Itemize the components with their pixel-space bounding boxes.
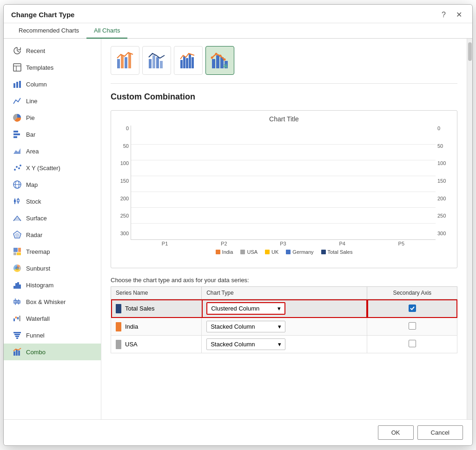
column-icon: [12, 79, 22, 89]
sidebar-item-pie[interactable]: Pie: [4, 109, 101, 126]
ok-button[interactable]: OK: [378, 425, 414, 440]
sidebar-label-treemap: Treemap: [26, 248, 50, 255]
svg-rect-7: [13, 133, 20, 135]
svg-point-10: [16, 166, 18, 168]
legend-india-label: India: [222, 249, 233, 255]
svg-rect-57: [189, 54, 191, 68]
type-select-usa[interactable]: Stacked Column ▾: [206, 338, 285, 350]
close-button[interactable]: ✕: [453, 9, 465, 20]
sidebar-label-map: Map: [26, 181, 38, 188]
sunburst-icon: [12, 263, 22, 273]
sidebar-item-scatter[interactable]: X Y (Scatter): [4, 159, 101, 176]
sidebar-item-recent[interactable]: Recent: [4, 42, 101, 59]
legend-india-dot: [216, 250, 220, 254]
combo-type-btn-2[interactable]: [142, 46, 171, 75]
section-title: Custom Combination: [111, 92, 457, 102]
svg-rect-23: [18, 248, 21, 252]
chart-type-icons: [111, 46, 457, 75]
legend-uk-label: UK: [271, 249, 278, 255]
series-section: Choose the chart type and axis for your …: [111, 277, 457, 353]
checkbox-india[interactable]: [409, 322, 416, 330]
sidebar-label-sunburst: Sunburst: [26, 265, 50, 272]
funnel-icon: [12, 330, 22, 340]
sidebar-item-histogram[interactable]: Histogram: [4, 277, 101, 293]
svg-rect-38: [19, 316, 20, 321]
svg-rect-17: [14, 200, 16, 202]
chart-title: Chart Title: [116, 115, 452, 123]
svg-rect-53: [160, 61, 163, 68]
sidebar-item-funnel[interactable]: Funnel: [4, 327, 101, 344]
sidebar-label-boxwhisker: Box & Whisker: [26, 298, 66, 305]
svg-rect-29: [17, 282, 19, 289]
sidebar-item-line[interactable]: Line: [4, 93, 101, 109]
svg-rect-55: [183, 56, 185, 68]
type-select-india[interactable]: Stacked Column ▾: [206, 321, 285, 332]
sidebar-item-combo[interactable]: Combo: [4, 344, 101, 360]
svg-rect-30: [19, 285, 21, 289]
cancel-button[interactable]: Cancel: [417, 425, 463, 440]
sidebar-label-area: Area: [26, 148, 39, 155]
chart-type-cell-india: Stacked Column ▾: [202, 318, 367, 336]
sidebar-label-pie: Pie: [26, 114, 35, 121]
sidebar-item-waterfall[interactable]: Waterfall: [4, 310, 101, 327]
stock-icon: [12, 196, 22, 206]
scrollbar-thumb[interactable]: [468, 42, 472, 61]
svg-rect-59: [212, 59, 215, 68]
sidebar: Recent Templates Column Line: [4, 39, 101, 419]
sidebar-item-area[interactable]: Area: [4, 143, 101, 159]
svg-point-9: [14, 169, 16, 171]
scatter-icon: [12, 163, 22, 173]
sidebar-label-combo: Combo: [26, 349, 46, 356]
svg-rect-60: [216, 55, 219, 68]
checkbox-usa[interactable]: [409, 340, 416, 347]
legend-total-sales-dot: [321, 250, 326, 254]
sidebar-item-radar[interactable]: Radar: [4, 226, 101, 243]
svg-rect-56: [186, 58, 188, 68]
histogram-icon: [12, 280, 22, 290]
combo-type-btn-4[interactable]: [205, 46, 234, 75]
combo-type-btn-1[interactable]: [111, 46, 139, 75]
series-table: Series Name Chart Type Secondary Axis To…: [111, 286, 457, 353]
scrollbar[interactable]: [467, 39, 472, 419]
sidebar-item-templates[interactable]: Templates: [4, 59, 101, 76]
svg-marker-21: [15, 233, 20, 237]
tab-recommended[interactable]: Recommended Charts: [11, 23, 86, 39]
legend-usa-label: USA: [247, 249, 258, 255]
waterfall-icon: [12, 313, 22, 324]
svg-rect-42: [16, 338, 18, 339]
sidebar-item-treemap[interactable]: Treemap: [4, 243, 101, 260]
sidebar-item-surface[interactable]: Surface: [4, 210, 101, 226]
tab-all-charts[interactable]: All Charts: [86, 23, 127, 39]
title-bar-left: Change Chart Type: [11, 11, 74, 19]
line-icon: [12, 96, 22, 106]
label-india: India: [125, 323, 138, 330]
checkbox-total-sales[interactable]: [409, 304, 416, 312]
combo-type-btn-3[interactable]: [174, 46, 203, 75]
sidebar-item-map[interactable]: Map: [4, 176, 101, 193]
svg-rect-50: [149, 59, 152, 68]
sidebar-label-radar: Radar: [26, 232, 42, 238]
swatch-india: [116, 322, 121, 331]
x-axis-labels: P1 P2 P3 P4 P5: [131, 241, 436, 246]
svg-rect-4: [16, 82, 18, 88]
sidebar-item-stock[interactable]: Stock: [4, 193, 101, 210]
type-select-total-sales[interactable]: Clustered Column ▾: [206, 302, 285, 315]
legend-usa-dot: [240, 250, 245, 254]
svg-rect-52: [156, 57, 159, 68]
sidebar-item-column[interactable]: Column: [4, 76, 101, 93]
pie-icon: [12, 112, 22, 123]
svg-rect-24: [13, 252, 16, 255]
sidebar-item-bar[interactable]: Bar: [4, 126, 101, 143]
table-row-usa: USA Stacked Column ▾: [111, 336, 457, 353]
sidebar-label-histogram: Histogram: [26, 282, 53, 289]
sidebar-item-sunburst[interactable]: Sunburst: [4, 260, 101, 277]
section-divider: [111, 83, 457, 84]
svg-rect-48: [125, 57, 127, 68]
help-button[interactable]: ?: [439, 10, 449, 20]
radar-icon: [12, 230, 22, 240]
sidebar-label-column: Column: [26, 81, 47, 88]
svg-rect-35: [13, 318, 15, 321]
sidebar-label-bar: Bar: [26, 131, 35, 138]
sidebar-item-boxwhisker[interactable]: Box & Whisker: [4, 293, 101, 310]
combo-icon: [12, 347, 22, 357]
